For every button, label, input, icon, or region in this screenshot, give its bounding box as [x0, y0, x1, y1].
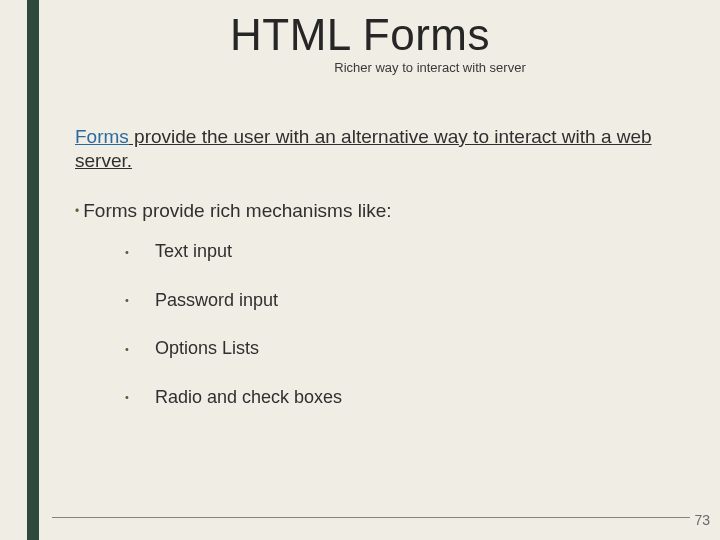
bullet-icon: • [125, 343, 155, 357]
bullet-top: •Forms provide rich mechanisms like: [75, 199, 665, 223]
bullet-top-text: Forms provide rich mechanisms like: [83, 200, 391, 221]
bullet-icon: • [125, 294, 155, 308]
list-item: •Password input [125, 289, 665, 312]
slide: HTML Forms Richer way to interact with s… [0, 0, 720, 540]
sublist: •Text input •Password input •Options Lis… [125, 240, 665, 408]
lead-paragraph: Forms provide the user with an alternati… [75, 125, 665, 173]
list-item-text: Password input [155, 290, 278, 310]
bullet-icon: • [75, 204, 79, 218]
list-item-text: Radio and check boxes [155, 387, 342, 407]
slide-title: HTML Forms [0, 10, 720, 60]
lead-keyword: Forms [75, 126, 129, 147]
bullet-icon: • [125, 391, 155, 405]
list-item: •Radio and check boxes [125, 386, 665, 409]
body-content: Forms provide the user with an alternati… [75, 125, 665, 434]
bullet-icon: • [125, 246, 155, 260]
footer-divider [52, 517, 690, 518]
lead-rest: provide the user with an alternative way… [75, 126, 652, 171]
slide-subtitle: Richer way to interact with server [0, 60, 720, 75]
title-block: HTML Forms Richer way to interact with s… [0, 10, 720, 75]
list-item-text: Text input [155, 241, 232, 261]
list-item: •Text input [125, 240, 665, 263]
list-item: •Options Lists [125, 337, 665, 360]
list-item-text: Options Lists [155, 338, 259, 358]
page-number: 73 [694, 512, 710, 528]
accent-bar [27, 0, 39, 540]
